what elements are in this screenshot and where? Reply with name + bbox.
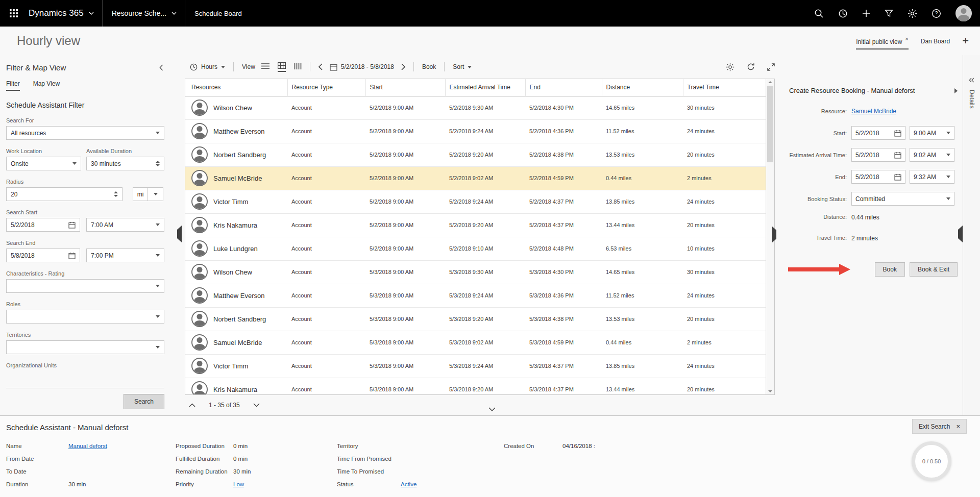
- calendar-icon[interactable]: [68, 252, 76, 259]
- resource-name[interactable]: Samuel McBride: [213, 175, 262, 182]
- table-row[interactable]: Norbert Sandberg Account 5/3/2018 9:00 A…: [185, 307, 766, 331]
- fullscreen-expand-icon[interactable]: [767, 63, 775, 71]
- sort-dropdown[interactable]: Sort: [453, 63, 472, 70]
- search-start-time-select[interactable]: 7:00 AM: [86, 218, 164, 232]
- search-end-time-select[interactable]: 7:00 PM: [86, 248, 164, 262]
- scroll-up-icon[interactable]: [768, 81, 772, 83]
- app-chevron-down-icon[interactable]: [89, 12, 94, 15]
- help-icon[interactable]: ?: [932, 9, 941, 18]
- column-header-start[interactable]: Start: [365, 79, 445, 96]
- resource-name[interactable]: Matthew Everson: [213, 128, 264, 135]
- start-time-select[interactable]: 9:00 AM: [910, 126, 954, 140]
- tab-dan-board[interactable]: Dan Board: [921, 34, 950, 48]
- date-range-picker[interactable]: 5/2/2018 - 5/8/2018: [330, 63, 394, 71]
- table-row[interactable]: Wilson Chew Account 5/2/2018 9:00 AM 5/2…: [185, 96, 766, 119]
- panel-expand-chevron-icon[interactable]: [954, 88, 958, 93]
- resource-name[interactable]: Kris Nakamura: [213, 221, 257, 229]
- column-header-estimated-arrival[interactable]: Estimated Arrival Time: [445, 79, 525, 96]
- user-avatar[interactable]: [955, 5, 972, 21]
- resource-name[interactable]: Matthew Everson: [213, 292, 264, 300]
- resource-name[interactable]: Victor Timm: [213, 362, 248, 370]
- list-view-icon[interactable]: [261, 63, 270, 71]
- table-row[interactable]: Luke Lundgren Account 5/2/2018 9:00 AM 5…: [185, 237, 766, 260]
- page-breadcrumb[interactable]: Schedule Board: [194, 10, 242, 17]
- bottom-field-value[interactable]: Low: [233, 478, 244, 491]
- tab-filter[interactable]: Filter: [6, 80, 20, 91]
- stepper-arrows-icon[interactable]: [156, 161, 160, 166]
- resource-link[interactable]: Samuel McBride: [851, 108, 896, 115]
- app-launcher-icon[interactable]: [0, 0, 28, 27]
- end-time-select[interactable]: 9:32 AM: [910, 170, 954, 184]
- close-icon[interactable]: ×: [905, 36, 908, 42]
- end-date-input[interactable]: 5/2/2018: [851, 170, 905, 184]
- resource-name[interactable]: Luke Lundgren: [213, 245, 258, 253]
- sidebar-collapse-chevron-icon[interactable]: [159, 64, 163, 71]
- radius-unit-box[interactable]: mi: [133, 187, 148, 201]
- column-header-travel-time[interactable]: Travel Time: [683, 79, 766, 96]
- table-row[interactable]: Norbert Sandberg Account 5/2/2018 9:00 A…: [185, 143, 766, 166]
- quick-create-plus-icon[interactable]: [862, 9, 870, 17]
- book-toolbar-button[interactable]: Book: [422, 63, 436, 70]
- table-row[interactable]: Kris Nakamura Account 5/2/2018 9:00 AM 5…: [185, 213, 766, 237]
- available-duration-stepper[interactable]: 30 minutes: [86, 157, 164, 170]
- column-header-end[interactable]: End: [525, 79, 602, 96]
- sidebar-splitter-handle[interactable]: [177, 230, 182, 239]
- time-scale-dropdown[interactable]: Hours: [190, 63, 225, 71]
- app-title[interactable]: Dynamics 365: [29, 8, 84, 18]
- grid-view-icon[interactable]: [278, 62, 286, 72]
- search-for-select[interactable]: All resources: [6, 126, 164, 140]
- calendar-icon[interactable]: [68, 221, 76, 229]
- radius-input[interactable]: 20: [6, 187, 122, 201]
- stepper-arrows-icon[interactable]: [114, 191, 118, 197]
- search-button[interactable]: Search: [124, 394, 164, 409]
- area-switcher[interactable]: Resource Sche...: [112, 9, 166, 17]
- resource-name[interactable]: Wilson Chew: [213, 268, 252, 276]
- start-date-input[interactable]: 5/2/2018: [851, 126, 905, 140]
- bottom-field-value[interactable]: Active: [401, 478, 416, 491]
- pager-down-chevron-icon[interactable]: [253, 403, 260, 407]
- resource-name[interactable]: Samuel McBride: [213, 339, 262, 346]
- radius-unit-select[interactable]: [148, 187, 163, 201]
- tab-initial-public-view[interactable]: Initial public view×: [856, 32, 908, 49]
- details-side-tab[interactable]: Details: [963, 55, 980, 415]
- work-location-select[interactable]: Onsite: [6, 157, 81, 170]
- column-header-distance[interactable]: Distance: [602, 79, 683, 96]
- recent-history-icon[interactable]: [838, 9, 848, 18]
- previous-period-button[interactable]: [318, 63, 323, 70]
- booking-panel-splitter-handle[interactable]: [772, 230, 776, 239]
- column-header-resource-type[interactable]: Resource Type: [287, 79, 365, 96]
- table-row[interactable]: Wilson Chew Account 5/3/2018 9:00 AM 5/3…: [185, 260, 766, 284]
- search-icon[interactable]: [814, 9, 824, 18]
- add-board-button[interactable]: +: [962, 36, 969, 46]
- territories-select[interactable]: [6, 340, 164, 354]
- table-row[interactable]: Victor Timm Account 5/3/2018 9:00 AM 5/3…: [185, 354, 766, 378]
- scroll-down-icon[interactable]: [768, 390, 772, 392]
- search-end-date-input[interactable]: 5/8/2018: [6, 248, 80, 262]
- resource-name[interactable]: Norbert Sandberg: [213, 315, 266, 323]
- characteristics-select[interactable]: [6, 279, 164, 293]
- table-row[interactable]: Matthew Everson Account 5/3/2018 9:00 AM…: [185, 284, 766, 307]
- filter-funnel-icon[interactable]: [885, 9, 893, 17]
- book-and-exit-button[interactable]: Book & Exit: [910, 262, 958, 277]
- resource-name[interactable]: Victor Timm: [213, 198, 248, 206]
- eta-date-input[interactable]: 5/2/2018: [851, 148, 905, 162]
- next-period-button[interactable]: [401, 63, 405, 70]
- search-start-date-input[interactable]: 5/2/2018: [6, 218, 80, 232]
- bottom-panel-collapse-handle[interactable]: [484, 407, 500, 411]
- details-splitter-handle[interactable]: [958, 230, 963, 239]
- timeline-view-icon[interactable]: [294, 63, 302, 71]
- scrollbar-thumb[interactable]: [767, 86, 773, 162]
- table-row[interactable]: Samuel McBride Account 5/2/2018 9:00 AM …: [185, 166, 766, 190]
- table-row[interactable]: Kris Nakamura Account 5/3/2018 9:00 AM 5…: [185, 378, 766, 394]
- pager-up-chevron-icon[interactable]: [189, 403, 195, 407]
- table-row[interactable]: Samuel McBride Account 5/3/2018 9:00 AM …: [185, 331, 766, 354]
- table-row[interactable]: Matthew Everson Account 5/2/2018 9:00 AM…: [185, 119, 766, 143]
- roles-select[interactable]: [6, 310, 164, 324]
- tab-map-view[interactable]: Map View: [33, 80, 60, 91]
- eta-time-select[interactable]: 9:02 AM: [910, 148, 954, 162]
- exit-search-button[interactable]: Exit Search×: [912, 419, 967, 434]
- column-header-resources[interactable]: Resources: [185, 79, 287, 96]
- bottom-field-value[interactable]: Manual deforst: [68, 440, 107, 453]
- board-settings-gear-icon[interactable]: [726, 63, 734, 71]
- refresh-icon[interactable]: [747, 63, 755, 71]
